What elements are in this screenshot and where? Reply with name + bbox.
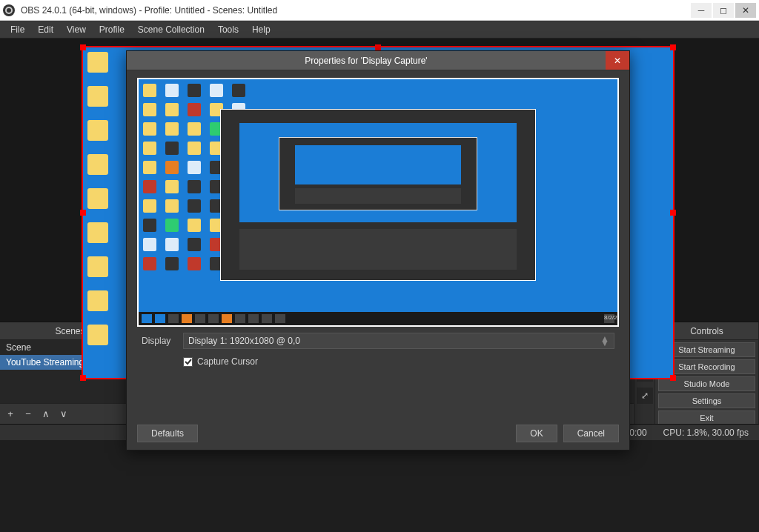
settings-button[interactable]: Settings (658, 393, 755, 408)
display-select[interactable]: Display 1: 1920x1080 @ 0,0 ▲▼ (183, 333, 614, 349)
scenes-toolbar: + − ∧ ∨ (0, 403, 140, 424)
dialog-titlebar[interactable]: Properties for 'Display Capture' ✕ (127, 51, 629, 70)
display-select-row: Display Display 1: 1920x1080 @ 0,0 ▲▼ (127, 327, 629, 355)
menu-edit[interactable]: Edit (32, 22, 59, 37)
menu-view[interactable]: View (61, 22, 92, 37)
ok-button[interactable]: OK (516, 425, 557, 442)
properties-dialog: Properties for 'Display Capture' ✕ (126, 50, 630, 450)
dialog-footer: Defaults OK Cancel (127, 417, 629, 450)
display-label: Display (142, 336, 174, 346)
dialog-close-button[interactable]: ✕ (606, 51, 629, 70)
window-titlebar: OBS 24.0.1 (64-bit, windows) - Profile: … (0, 0, 759, 21)
menu-profile[interactable]: Profile (93, 22, 130, 37)
window-minimize-button[interactable]: ─ (691, 3, 712, 18)
obs-app-icon (3, 4, 15, 16)
menu-bar: File Edit View Profile Scene Collection … (0, 21, 759, 39)
expand-icon[interactable]: ⤢ (637, 388, 653, 404)
window-maximize-button[interactable]: ◻ (713, 3, 734, 18)
scene-remove-button[interactable]: − (22, 408, 34, 420)
defaults-button[interactable]: Defaults (137, 425, 198, 442)
dialog-title: Properties for 'Display Capture' (127, 56, 606, 66)
window-close-button[interactable]: ✕ (735, 3, 756, 18)
capture-cursor-row: Capture Cursor (127, 355, 629, 367)
window-title: OBS 24.0.1 (64-bit, windows) - Profile: … (21, 5, 691, 16)
menu-help[interactable]: Help (246, 22, 276, 37)
scene-add-button[interactable]: + (4, 408, 16, 420)
cancel-button[interactable]: Cancel (563, 425, 619, 442)
menu-file[interactable]: File (4, 22, 30, 37)
display-select-value: Display 1: 1920x1080 @ 0,0 (188, 336, 300, 346)
capture-cursor-checkbox[interactable] (183, 357, 193, 367)
preview-taskbar: 8/2/2019 (139, 312, 617, 325)
dialog-preview: 8/2/2019 (137, 78, 619, 327)
scene-up-button[interactable]: ∧ (40, 408, 52, 420)
scene-down-button[interactable]: ∨ (58, 408, 70, 420)
exit-button[interactable]: Exit (658, 410, 755, 424)
spinner-icon: ▲▼ (600, 336, 609, 345)
check-icon (185, 358, 192, 365)
close-icon: ✕ (614, 56, 621, 66)
desktop-icons (87, 52, 108, 345)
menu-tools[interactable]: Tools (212, 22, 245, 37)
status-cpu: CPU: 1.8%, 30.00 fps (663, 428, 749, 438)
recursive-obs-window (220, 109, 536, 281)
menu-scene-collection[interactable]: Scene Collection (132, 22, 211, 37)
capture-cursor-label: Capture Cursor (197, 356, 258, 367)
